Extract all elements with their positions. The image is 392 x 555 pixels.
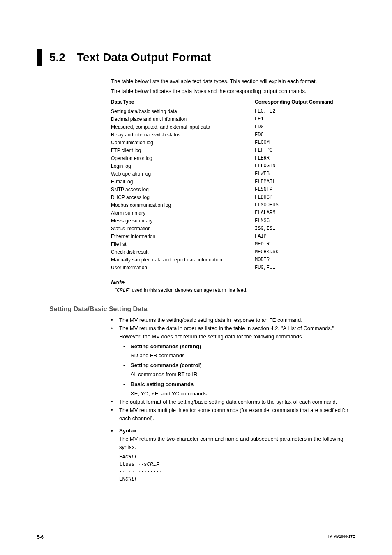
syntax-l2-b: CRLF bbox=[147, 462, 159, 467]
table-cell-type: Web operation log bbox=[111, 170, 255, 178]
sub-bullet-3: • Basic setting commands bbox=[123, 380, 355, 388]
table-cell-type: Status information bbox=[111, 224, 255, 232]
table-row: Check disk resultMECHKDSK bbox=[111, 248, 353, 256]
bullet-3: • The output format of the setting/basic… bbox=[111, 398, 355, 406]
sub-bullet-1: • Setting commands (setting) bbox=[123, 342, 355, 351]
table-row: Web operation logFLWEB bbox=[111, 170, 353, 178]
table-cell-cmd: MECHKDSK bbox=[255, 248, 353, 256]
note-block: Note "CRLF" used in this section denotes… bbox=[111, 279, 355, 296]
section-bar bbox=[37, 49, 42, 66]
page-footer: 5-6 IM MV1000-17E bbox=[37, 532, 355, 539]
table-cell-type: Communication log bbox=[111, 139, 255, 146]
sub-bullet-dot-icon: • bbox=[123, 342, 131, 351]
table-cell-cmd: FU0,FU1 bbox=[255, 264, 353, 273]
syntax-l1-a: EA bbox=[119, 454, 125, 460]
sub-bullet-2-title: Setting commands (control) bbox=[131, 361, 202, 370]
table-cell-cmd: IS0,IS1 bbox=[255, 224, 353, 232]
note-code: CRLF bbox=[117, 288, 129, 294]
section-title: Text Data Output Format bbox=[77, 51, 211, 64]
syntax-l1-b: CRLF bbox=[125, 454, 138, 460]
table-cell-cmd: FAIP bbox=[255, 232, 353, 240]
section-number: 5.2 bbox=[49, 51, 65, 64]
syntax-l4-a: EN bbox=[119, 476, 125, 482]
table-cell-type: Measured, computed, and external input d… bbox=[111, 123, 255, 131]
table-row: File listMEDIR bbox=[111, 240, 353, 248]
bullet-3-text: The output format of the setting/basic s… bbox=[119, 398, 355, 406]
sub-bullet-dot-icon: • bbox=[123, 361, 131, 370]
table-row: Alarm summaryFLALARM bbox=[111, 209, 353, 217]
table-cell-cmd: FLFTPC bbox=[255, 146, 353, 154]
note-text-suffix: " used in this section denotes carriage … bbox=[129, 287, 247, 293]
table-cell-cmd: FD0 bbox=[255, 123, 353, 131]
table-cell-type: Manually sampled data and report data in… bbox=[111, 256, 255, 264]
table-row: SNTP access logFLSNTP bbox=[111, 185, 353, 193]
table-cell-type: Setting data/basic setting data bbox=[111, 107, 255, 116]
syntax-title: Syntax bbox=[119, 427, 355, 435]
table-cell-type: Check disk result bbox=[111, 248, 255, 256]
sub-heading: Setting Data/Basic Setting Data bbox=[49, 305, 355, 313]
bullet-dot-icon: • bbox=[111, 316, 119, 324]
table-row: Status informationIS0,IS1 bbox=[111, 224, 353, 232]
bullet-dot-icon: • bbox=[111, 406, 119, 423]
note-title: Note bbox=[111, 279, 125, 286]
bullet-4: • The MV returns multiple lines for some… bbox=[111, 406, 355, 423]
syntax-line-4: ENCRLF bbox=[119, 476, 355, 483]
bullet-dot-icon: • bbox=[111, 324, 119, 341]
sub-bullet-list: • Setting commands (setting) SD and FR c… bbox=[123, 342, 355, 398]
bullet-2: • The MV returns the data in order as li… bbox=[111, 324, 355, 341]
table-cell-type: User information bbox=[111, 264, 255, 273]
table-row: Ethernet informationFAIP bbox=[111, 232, 353, 240]
table-cell-cmd: FLEMAIL bbox=[255, 178, 353, 185]
table-row: Login logFLLOGIN bbox=[111, 162, 353, 170]
table-row: Manually sampled data and report data in… bbox=[111, 256, 353, 264]
sub-bullet-3-title: Basic setting commands bbox=[131, 380, 194, 388]
table-cell-cmd: FE1 bbox=[255, 115, 353, 123]
table-cell-cmd: FLCOM bbox=[255, 139, 353, 146]
data-type-table: Data Type Corresponding Output Command S… bbox=[111, 97, 353, 273]
table-cell-cmd: MODIR bbox=[255, 256, 353, 264]
syntax-line-3: ·············· bbox=[119, 468, 355, 476]
table-row: Communication logFLCOM bbox=[111, 139, 353, 146]
sub-bullet-dot-icon: • bbox=[123, 380, 131, 388]
note-rule bbox=[128, 282, 355, 282]
table-row: Message summaryFLMSG bbox=[111, 217, 353, 224]
table-row: Decimal place and unit informationFE1 bbox=[111, 115, 353, 123]
table-cell-type: Decimal place and unit information bbox=[111, 115, 255, 123]
bullet-dot-icon: • bbox=[111, 398, 119, 406]
note-text: "CRLF" used in this section denotes carr… bbox=[115, 287, 353, 296]
bullet-2-text: The MV returns the data in order as list… bbox=[119, 324, 355, 341]
bullet-dot-icon: • bbox=[111, 427, 119, 483]
syntax-block: EACRLF ttsss···sCRLF ·············· ENCR… bbox=[119, 453, 355, 483]
table-row: Modbus communication logFLMODBUS bbox=[111, 201, 353, 209]
syntax-l4-b: CRLF bbox=[125, 476, 138, 482]
table-cell-type: Login log bbox=[111, 162, 255, 170]
table-cell-type: Relay and internal switch status bbox=[111, 131, 255, 139]
bullet-1-text: The MV returns the setting/basic setting… bbox=[119, 316, 355, 324]
syntax-bullet: • Syntax The MV returns the two-characte… bbox=[111, 427, 355, 483]
table-cell-type: Operation error log bbox=[111, 154, 255, 162]
table-cell-cmd: FLWEB bbox=[255, 170, 353, 178]
table-header-type: Data Type bbox=[111, 97, 255, 107]
table-row: DHCP access logFLDHCP bbox=[111, 193, 353, 201]
table-cell-cmd: FLDHCP bbox=[255, 193, 353, 201]
bullet-4-text: The MV returns multiple lines for some c… bbox=[119, 406, 355, 423]
table-cell-cmd: FLLOGIN bbox=[255, 162, 353, 170]
table-cell-type: Modbus communication log bbox=[111, 201, 255, 209]
table-cell-cmd: FD6 bbox=[255, 131, 353, 139]
table-row: FTP client logFLFTPC bbox=[111, 146, 353, 154]
table-row: Operation error logFLERR bbox=[111, 154, 353, 162]
footer-page-number: 5-6 bbox=[37, 534, 44, 539]
table-cell-type: SNTP access log bbox=[111, 185, 255, 193]
table-cell-cmd: FLALARM bbox=[255, 209, 353, 217]
table-cell-type: E-mail log bbox=[111, 178, 255, 185]
sub-bullet-1-title: Setting commands (setting) bbox=[131, 342, 201, 351]
table-row: User informationFU0,FU1 bbox=[111, 264, 353, 273]
table-header-row: Data Type Corresponding Output Command bbox=[111, 97, 353, 107]
bullet-list: • The MV returns the setting/basic setti… bbox=[111, 316, 355, 483]
syntax-line-1: EACRLF bbox=[119, 453, 355, 461]
table-cell-cmd: FLMODBUS bbox=[255, 201, 353, 209]
sub-bullet-3-desc: XE, YO, YE, and YC commands bbox=[131, 390, 355, 398]
table-cell-type: Ethernet information bbox=[111, 232, 255, 240]
intro-line-1: The table below lists the available text… bbox=[111, 77, 355, 86]
bullet-1: • The MV returns the setting/basic setti… bbox=[111, 316, 355, 324]
